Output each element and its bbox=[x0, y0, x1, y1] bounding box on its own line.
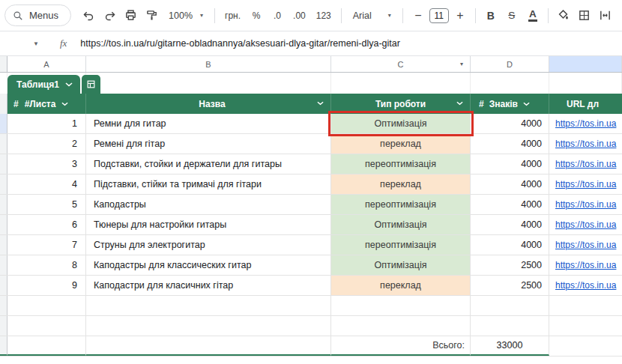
empty-cell[interactable] bbox=[86, 316, 331, 336]
header-cell-url[interactable]: URL дл bbox=[549, 94, 622, 114]
row-gutter[interactable] bbox=[0, 336, 7, 356]
empty-cell[interactable] bbox=[471, 296, 549, 315]
merge-cells-button[interactable] bbox=[596, 6, 615, 25]
chevron-down-icon[interactable] bbox=[456, 101, 463, 106]
header-cell-znakiv[interactable]: # Знаків bbox=[471, 94, 549, 114]
row-chars-cell[interactable]: 4000 bbox=[471, 134, 549, 154]
increase-decimal-button[interactable]: .00 bbox=[289, 6, 310, 25]
name-box-caret-icon[interactable]: ▼ bbox=[33, 40, 39, 47]
redo-button[interactable] bbox=[100, 6, 119, 25]
strikethrough-button[interactable]: S bbox=[502, 6, 522, 25]
row-gutter[interactable] bbox=[0, 154, 7, 174]
row-type-cell[interactable]: переоптимізація bbox=[331, 195, 471, 214]
empty-cell[interactable] bbox=[331, 73, 471, 94]
row-chars-cell[interactable]: 4000 bbox=[471, 175, 549, 194]
row-number-cell[interactable]: 7 bbox=[7, 235, 86, 255]
row-url-link[interactable]: https://tos.in.ua bbox=[549, 215, 622, 234]
row-type-cell[interactable]: переклад bbox=[331, 134, 471, 154]
row-name-cell[interactable]: Струны для электрогитар bbox=[86, 235, 331, 255]
row-number-cell[interactable]: 8 bbox=[7, 255, 86, 275]
select-all-corner[interactable] bbox=[0, 56, 7, 72]
row-number-cell[interactable]: 1 bbox=[7, 114, 86, 133]
row-url-link[interactable]: https://tos.in.ua bbox=[549, 276, 622, 295]
empty-cell[interactable] bbox=[86, 336, 331, 356]
row-gutter[interactable] bbox=[0, 316, 7, 336]
empty-cell[interactable] bbox=[471, 316, 549, 336]
row-gutter[interactable] bbox=[0, 235, 7, 255]
row-url-link[interactable]: https://tos.in.ua bbox=[549, 134, 622, 154]
empty-cell[interactable] bbox=[7, 336, 86, 356]
column-header-e-selected[interactable] bbox=[549, 56, 622, 72]
row-type-cell[interactable]: переоптимізація bbox=[331, 235, 471, 255]
row-number-cell[interactable]: 2 bbox=[7, 134, 86, 154]
column-header-a[interactable]: A bbox=[7, 56, 86, 72]
empty-cell[interactable] bbox=[331, 296, 471, 315]
row-url-link[interactable]: https://tos.in.ua bbox=[549, 175, 622, 194]
row-name-cell[interactable]: Каподастри для класичних гітар bbox=[86, 276, 331, 295]
row-chars-cell[interactable]: 4000 bbox=[471, 114, 549, 133]
table-views-button[interactable] bbox=[82, 75, 100, 94]
row-name-cell[interactable]: Тюнеры для настройки гитары bbox=[86, 215, 331, 234]
empty-cell[interactable] bbox=[549, 296, 622, 315]
row-name-cell[interactable]: Каподастры для классических гитар bbox=[86, 255, 331, 275]
undo-button[interactable] bbox=[79, 6, 98, 25]
percent-format-button[interactable]: % bbox=[247, 6, 266, 25]
chevron-down-icon[interactable] bbox=[317, 101, 324, 106]
row-url-link[interactable]: https://tos.in.ua bbox=[549, 195, 622, 214]
text-color-button[interactable]: A bbox=[523, 6, 543, 25]
row-gutter[interactable] bbox=[0, 215, 7, 234]
increase-font-size-button[interactable]: + bbox=[450, 6, 470, 25]
row-chars-cell[interactable]: 4000 bbox=[471, 195, 549, 214]
row-chars-cell[interactable]: 2500 bbox=[471, 255, 549, 275]
row-gutter[interactable] bbox=[0, 195, 7, 214]
chevron-down-icon[interactable] bbox=[61, 102, 68, 106]
row-gutter[interactable] bbox=[0, 175, 7, 194]
empty-cell[interactable] bbox=[7, 316, 86, 336]
more-formats-button[interactable]: 123 bbox=[312, 6, 336, 25]
empty-cell[interactable] bbox=[86, 73, 331, 94]
row-chars-cell[interactable]: 4000 bbox=[471, 215, 549, 234]
row-gutter[interactable] bbox=[0, 73, 7, 94]
row-gutter[interactable] bbox=[0, 255, 7, 275]
row-name-cell[interactable]: Ремни для гитар bbox=[86, 114, 331, 133]
chevron-down-icon[interactable] bbox=[523, 102, 530, 106]
decrease-font-size-button[interactable]: − bbox=[408, 6, 428, 25]
row-type-cell[interactable]: Оптимізація bbox=[331, 255, 471, 275]
row-name-cell[interactable]: Ремені для гітар bbox=[86, 134, 331, 154]
empty-cell[interactable] bbox=[549, 316, 622, 336]
row-chars-cell[interactable]: 4000 bbox=[471, 154, 549, 174]
row-number-cell[interactable]: 9 bbox=[7, 276, 86, 295]
row-number-cell[interactable]: 5 bbox=[7, 195, 86, 214]
column-header-b[interactable]: B bbox=[86, 56, 331, 72]
row-type-cell[interactable]: Оптимізація bbox=[331, 215, 471, 234]
fill-color-button[interactable] bbox=[554, 6, 573, 25]
total-value-cell[interactable]: 33000 bbox=[471, 336, 549, 356]
row-name-cell[interactable]: Каподастры bbox=[86, 195, 331, 214]
row-type-cell[interactable]: переоптимізація bbox=[331, 154, 471, 174]
print-button[interactable] bbox=[121, 6, 140, 25]
row-gutter[interactable] bbox=[0, 296, 7, 315]
row-name-cell[interactable]: Підставки, стійки та тримачі для гітари bbox=[86, 175, 331, 194]
empty-cell[interactable] bbox=[331, 316, 471, 336]
row-gutter[interactable] bbox=[0, 134, 7, 154]
column-header-d[interactable]: D bbox=[471, 56, 549, 72]
header-cell-lista[interactable]: # #Листа bbox=[7, 94, 86, 114]
row-gutter[interactable] bbox=[0, 276, 7, 295]
row-url-link[interactable]: https://tos.in.ua bbox=[549, 255, 622, 275]
table-name-tab[interactable]: Таблиця1 bbox=[7, 75, 80, 94]
column-dropdown-icon[interactable]: ▾ bbox=[460, 61, 463, 67]
empty-cell[interactable] bbox=[86, 296, 331, 315]
row-name-cell[interactable]: Подставки, стойки и держатели для гитары bbox=[86, 154, 331, 174]
row-type-cell[interactable]: переклад bbox=[331, 175, 471, 194]
header-cell-nazva[interactable]: Назва bbox=[86, 94, 331, 114]
row-gutter[interactable] bbox=[0, 114, 7, 133]
menus-search-button[interactable]: Menus bbox=[4, 4, 71, 26]
currency-format-button[interactable]: грн. bbox=[220, 6, 245, 25]
empty-cell[interactable] bbox=[7, 296, 86, 315]
formula-input[interactable]: https://tos.in.ua/ru/gitarne-obladnannya… bbox=[80, 38, 622, 49]
total-label-cell[interactable]: Всього: bbox=[331, 336, 471, 356]
empty-cell[interactable] bbox=[549, 73, 622, 94]
row-chars-cell[interactable]: 2500 bbox=[471, 276, 549, 295]
empty-cell[interactable] bbox=[549, 336, 622, 356]
font-size-input[interactable]: 11 bbox=[429, 8, 449, 23]
